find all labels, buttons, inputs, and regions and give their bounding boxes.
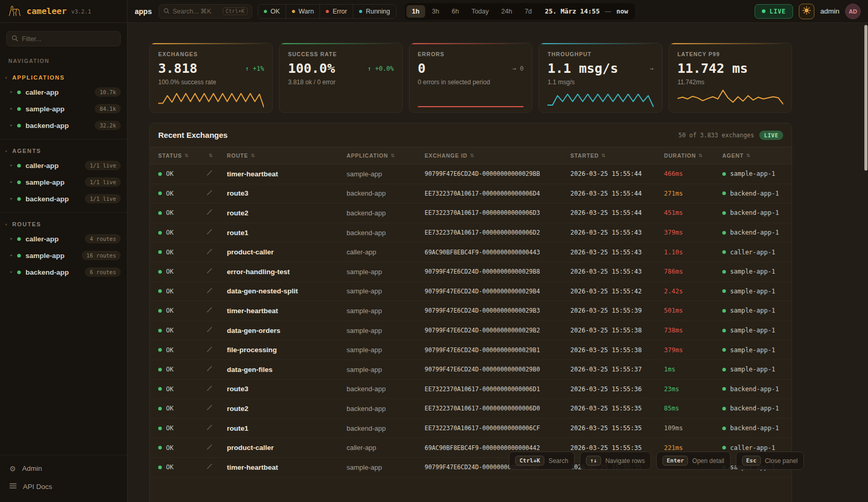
sidebar-item-label: backend-app — [25, 195, 69, 203]
sidebar-item-backend-app[interactable]: ▸backend-app1/1 live — [0, 190, 127, 207]
column-header-application[interactable]: APPLICATION⇅ — [347, 152, 425, 159]
table-row[interactable]: OKroute1backend-appEE7322370A10617-00000… — [150, 223, 792, 243]
table-row[interactable]: OKtimer-heartbeatsample-app90799F47E6CD2… — [150, 301, 792, 321]
status-text: OK — [166, 464, 173, 471]
ok-dot-icon — [158, 250, 162, 254]
sidebar-item-caller-app[interactable]: ▸caller-app4 routes — [0, 230, 127, 247]
route-cell: route2 — [227, 209, 347, 217]
column-header-status[interactable]: STATUS⇅ — [158, 152, 206, 159]
time-range-24h[interactable]: 24h — [495, 5, 518, 18]
agent-text: backend-app-1 — [730, 209, 779, 216]
column-header-agent[interactable]: AGENT⇅ — [722, 152, 783, 159]
table-row[interactable]: OKroute2backend-appEE7322370A10617-00000… — [150, 203, 792, 223]
status-text: OK — [166, 385, 173, 393]
live-label: LIVE — [770, 8, 786, 15]
section-header-agents[interactable]: ▾AGENTS — [0, 144, 127, 157]
sidebar-item-sample-app[interactable]: ▸sample-app16 routes — [0, 247, 127, 264]
filter-ok[interactable]: OK — [258, 5, 286, 18]
hint-close-panel: EscClose panel — [736, 452, 804, 470]
filter-warn[interactable]: Warn — [286, 5, 320, 18]
context-label: apps — [135, 7, 152, 16]
keyboard-hints: Ctrl+KSearch↑↓Navigate rowsEnterOpen det… — [509, 452, 804, 470]
filter-error[interactable]: Error — [320, 5, 353, 18]
table-row[interactable]: OKerror-handling-testsample-app90799F47E… — [150, 262, 792, 282]
search-input[interactable] — [173, 8, 220, 15]
column-header-duration[interactable]: DURATION⇅ — [664, 152, 722, 159]
stat-card-success-rate: SUCCESS RATE100.0%↑ +0.0%3.818 ok / 0 er… — [279, 43, 402, 113]
table-row[interactable]: OKdata-gen-orderssample-app90799F47E6CD2… — [150, 321, 792, 341]
sidebar-item-badge: 1/1 live — [85, 161, 121, 170]
column-header-route-link[interactable]: ⇅ — [206, 153, 227, 158]
sidebar-item-badge: 10.7k — [95, 87, 121, 97]
trend-slash-icon — [206, 228, 227, 237]
exchange-id-cell: 90799F47E6CD24D-00000000000029B4 — [425, 288, 570, 295]
section-header-routes[interactable]: ▾ROUTES — [0, 217, 127, 230]
table-row[interactable]: OKproduct-callercaller-app69AC90BF8EBC4F… — [150, 242, 792, 262]
time-range-today[interactable]: Today — [466, 5, 494, 18]
avatar[interactable]: AD — [845, 4, 861, 19]
global-search[interactable]: Ctrl+K — [159, 4, 252, 19]
stat-subtext: 3.818 ok / 0 error — [288, 79, 393, 86]
agent-cell: backend-app-1 — [722, 385, 783, 393]
time-range-6h[interactable]: 6h — [446, 5, 465, 18]
sidebar-item-backend-app[interactable]: ▸backend-app32.2k — [0, 117, 127, 134]
table-row[interactable]: OKdata-gen-nested-splitsample-app90799F4… — [150, 282, 792, 302]
scrollbar-track — [864, 23, 868, 502]
route-cell: data-gen-nested-split — [227, 287, 347, 295]
sidebar-item-backend-app[interactable]: ▸backend-app6 routes — [0, 264, 127, 280]
sidebar-item-caller-app[interactable]: ▸caller-app10.7k — [0, 84, 127, 100]
table-row[interactable]: OKroute2backend-appEE7322370A10617-00000… — [150, 399, 792, 419]
duration-cell: 379ms — [664, 229, 722, 236]
column-header-started[interactable]: STARTED⇅ — [570, 152, 664, 159]
recent-exchanges-panel: Recent Exchanges 50 of 3.833 exchanges L… — [149, 123, 792, 502]
filter-input[interactable] — [22, 35, 116, 43]
agent-dot-icon — [722, 172, 726, 176]
sidebar-item-admin[interactable]: ⚙ Admin — [0, 459, 127, 478]
status-cell: OK — [158, 327, 206, 334]
route-cell: product-caller — [227, 248, 347, 256]
section-title: AGENTS — [12, 148, 42, 154]
sidebar-filter[interactable] — [6, 31, 121, 46]
sidebar-item-label: sample-app — [25, 178, 65, 186]
column-header-exchange-id[interactable]: EXCHANGE ID⇅ — [425, 152, 570, 159]
app-title: cameleer — [27, 6, 67, 16]
section-header-applications[interactable]: ▾APPLICATIONS — [0, 70, 127, 84]
agent-text: sample-app-1 — [730, 366, 775, 373]
stat-subtext: 100.0% success rate — [158, 79, 264, 86]
section-title: APPLICATIONS — [12, 74, 65, 81]
search-icon — [163, 7, 170, 16]
theme-toggle-button[interactable] — [799, 4, 814, 19]
agent-dot-icon — [722, 250, 726, 254]
table-row[interactable]: OKfile-processingsample-app90799F47E6CD2… — [150, 340, 792, 360]
time-range-1h[interactable]: 1h — [406, 5, 426, 18]
exchange-count: 50 of 3.833 exchanges — [679, 132, 754, 139]
agent-text: backend-app-1 — [730, 405, 779, 412]
started-cell: 2026-03-25 15:55:43 — [570, 229, 664, 236]
sidebar-item-sample-app[interactable]: ▸sample-app1/1 live — [0, 174, 127, 190]
column-header-route[interactable]: ROUTE⇅ — [227, 152, 347, 159]
time-range-chips: 1h3h6hToday24h7d — [406, 5, 538, 18]
api-docs-label: API Docs — [23, 483, 52, 491]
nav-section-routes: ▾ROUTES▸caller-app4 routes▸sample-app16 … — [0, 212, 127, 284]
panel-header: Recent Exchanges 50 of 3.833 exchanges L… — [150, 123, 792, 147]
time-range-7d[interactable]: 7d — [519, 5, 538, 18]
application-cell: backend-app — [347, 229, 425, 237]
filter-running[interactable]: Running — [353, 5, 396, 18]
live-toggle-button[interactable]: LIVE — [755, 4, 793, 19]
sidebar-item-sample-app[interactable]: ▸sample-app84.1k — [0, 100, 127, 117]
table-row[interactable]: OKtimer-heartbeatsample-app90799F47E6CD2… — [150, 164, 792, 184]
table-row[interactable]: OKroute1backend-appEE7322370A10617-00000… — [150, 419, 792, 439]
time-range-3h[interactable]: 3h — [426, 5, 445, 18]
navigation-label: NAVIGATION — [0, 49, 127, 66]
agent-cell: sample-app-1 — [722, 268, 783, 275]
sidebar-item-caller-app[interactable]: ▸caller-app1/1 live — [0, 157, 127, 174]
started-cell: 2026-03-25 15:55:36 — [570, 385, 664, 393]
agent-cell: backend-app-1 — [722, 190, 783, 197]
table-row[interactable]: OKroute3backend-appEE7322370A10617-00000… — [150, 184, 792, 204]
table-row[interactable]: OKdata-gen-filessample-app90799F47E6CD24… — [150, 360, 792, 380]
stat-card-throughput: THROUGHPUT1.1 msg/s→1.1 msg/s — [539, 43, 662, 113]
scrollbar-thumb[interactable] — [864, 25, 867, 171]
sidebar-item-api-docs[interactable]: API Docs — [0, 478, 127, 496]
table-row[interactable]: OKroute3backend-appEE7322370A10617-00000… — [150, 380, 792, 400]
logo-area[interactable]: cameleer v3.2.1 — [0, 0, 127, 23]
